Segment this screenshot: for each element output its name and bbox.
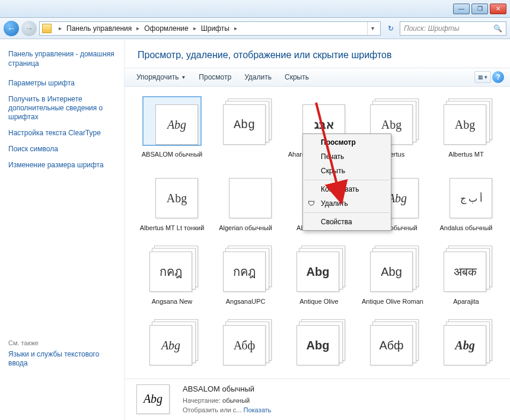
font-label	[243, 365, 248, 378]
chevron-right-icon[interactable]: ▸	[231, 25, 241, 31]
see-also-label: См. также	[8, 339, 117, 346]
toolbar-organize-button[interactable]: Упорядочить▼	[130, 71, 192, 84]
details-show-link[interactable]: Показать	[244, 406, 272, 413]
font-item[interactable]: กคฎAngsana New	[135, 241, 209, 314]
font-sample: अबक	[454, 265, 477, 279]
font-label: Andalus обычный	[438, 218, 495, 236]
font-item[interactable]: Абф	[356, 314, 429, 378]
address-bar: ← → ▸ Панель управления ▸ Оформление ▸ Ш…	[0, 18, 510, 39]
sidebar-item-cleartype[interactable]: Настройка текста ClearType	[8, 125, 117, 141]
font-label: Aparajita	[451, 292, 481, 310]
font-label	[170, 365, 174, 378]
chevron-right-icon[interactable]: ▸	[133, 25, 143, 31]
font-sample: Abg	[167, 118, 186, 132]
search-placeholder: Поиск: Шрифты	[404, 24, 460, 33]
font-thumbnail: Abg	[438, 318, 495, 365]
font-sample: أ ب ج	[460, 193, 482, 204]
font-thumbnail: Абф	[364, 318, 421, 365]
font-item[interactable]: Abg	[429, 314, 503, 378]
search-icon[interactable]: 🔍	[493, 24, 502, 33]
window-maximize-button[interactable]: ❐	[471, 4, 488, 14]
search-input[interactable]: Поиск: Шрифты 🔍	[400, 21, 506, 36]
font-item[interactable]: Абф	[209, 314, 282, 378]
window-close-button[interactable]: ✕	[490, 4, 506, 14]
font-thumbnail: Abg	[364, 244, 421, 292]
command-bar: Упорядочить▼ Просмотр Удалить Скрыть ▦ ▾…	[125, 68, 510, 87]
sidebar-item-text-services[interactable]: Языки и службы текстового ввода	[8, 346, 117, 371]
details-thumbnail: Abg	[133, 383, 174, 416]
sidebar: Панель управления - домашняя страница Па…	[0, 39, 125, 420]
font-item[interactable]: AbgAntique Olive	[282, 241, 356, 314]
sidebar-item-get-more-fonts[interactable]: Получить в Интернете дополнительные свед…	[8, 91, 117, 125]
refresh-button[interactable]: ↻	[384, 24, 397, 33]
breadcrumb-item[interactable]: Шрифты	[200, 24, 231, 33]
window-titlebar: — ❐ ✕	[0, 0, 510, 18]
font-item[interactable]: Abg	[135, 314, 209, 378]
font-label	[390, 365, 395, 378]
context-menu-item[interactable]: Печать	[303, 149, 391, 164]
font-item[interactable]: Abg	[209, 94, 282, 167]
context-menu: ПросмотрПечатьСкрытьКопировать🛡УдалитьСв…	[302, 133, 391, 231]
menu-separator	[304, 180, 390, 180]
folder-icon	[42, 24, 52, 33]
toolbar-view-dropdown[interactable]: ▦ ▾	[474, 71, 491, 83]
sidebar-home-link[interactable]: Панель управления - домашняя страница	[8, 47, 117, 75]
font-item[interactable]: กคฎAngsanaUPC	[209, 241, 282, 314]
font-label: ABSALOM обычный	[139, 145, 205, 163]
address-history-dropdown[interactable]: ▾	[367, 22, 378, 35]
font-thumbnail: Abg	[291, 318, 348, 365]
sidebar-item-font-settings[interactable]: Параметры шрифта	[8, 75, 117, 91]
font-label: Antique Olive Roman	[359, 292, 426, 310]
font-sample: กคฎ	[160, 262, 182, 281]
toolbar-hide-button[interactable]: Скрыть	[279, 71, 315, 84]
window-minimize-button[interactable]: —	[453, 4, 470, 14]
font-thumbnail: กคฎ	[217, 244, 274, 292]
toolbar-delete-button[interactable]: Удалить	[238, 71, 278, 84]
font-sample: Abg	[167, 192, 187, 205]
font-thumbnail: Абф	[217, 318, 274, 365]
help-icon[interactable]: ?	[492, 71, 504, 83]
details-font-name: ABSALOM обычный	[183, 384, 271, 396]
font-thumbnail: أ ب ج	[438, 171, 495, 218]
font-label	[464, 365, 468, 378]
font-item[interactable]: अबकAparajita	[429, 241, 503, 314]
font-label: Algerian обычный	[216, 218, 275, 236]
context-menu-item[interactable]: 🛡Удалить	[303, 196, 391, 211]
breadcrumb-item[interactable]: Оформление	[143, 24, 189, 33]
context-menu-item[interactable]: Просмотр	[303, 135, 391, 149]
font-sample: Abg	[307, 339, 330, 352]
font-label: Antique Olive	[297, 292, 340, 310]
font-sample: Abg	[381, 265, 402, 279]
context-menu-item[interactable]: Свойства	[303, 215, 391, 229]
page-title: Просмотр, удаление, отображение или скры…	[125, 39, 510, 68]
font-sample: Abg	[234, 118, 255, 132]
chevron-right-icon[interactable]: ▸	[190, 25, 200, 31]
font-sample: Abg	[161, 339, 180, 352]
font-label: AngsanaUPC	[224, 292, 268, 310]
font-item[interactable]: AbgAlbertus MT Lt тонкий	[135, 167, 209, 241]
breadcrumb-item[interactable]: Панель управления	[65, 24, 133, 33]
font-item[interactable]: أ ب جAndalus обычный	[429, 167, 503, 241]
font-item[interactable]: Algerian обычный	[209, 167, 282, 241]
nav-forward-button[interactable]: →	[21, 21, 37, 36]
font-thumbnail: Abg	[217, 97, 274, 145]
nav-back-button[interactable]: ←	[4, 21, 19, 36]
toolbar-preview-button[interactable]: Просмотр	[193, 71, 237, 84]
chevron-down-icon: ▼	[181, 75, 186, 80]
menu-separator	[304, 212, 390, 213]
sidebar-item-find-character[interactable]: Поиск символа	[8, 141, 117, 157]
font-sample: Абф	[379, 339, 403, 352]
font-item[interactable]: AbgAntique Olive Roman	[356, 241, 429, 314]
font-item[interactable]: AbgAlbertus MT	[429, 94, 503, 167]
font-item[interactable]: AbgABSALOM обычный	[135, 94, 209, 167]
breadcrumb-box[interactable]: ▸ Панель управления ▸ Оформление ▸ Шрифт…	[39, 21, 381, 36]
font-thumbnail: अबक	[438, 244, 495, 292]
context-menu-item[interactable]: Скрыть	[303, 164, 391, 178]
context-menu-item[interactable]: Копировать	[303, 182, 391, 196]
chevron-right-icon[interactable]: ▸	[55, 25, 65, 31]
font-thumbnail: Abg	[144, 171, 200, 218]
font-item[interactable]: Abg	[282, 314, 356, 378]
details-showhide-label: Отобразить или с...	[183, 406, 241, 413]
font-thumbnail: Abg	[144, 97, 200, 145]
sidebar-item-font-size[interactable]: Изменение размера шрифта	[8, 157, 117, 173]
